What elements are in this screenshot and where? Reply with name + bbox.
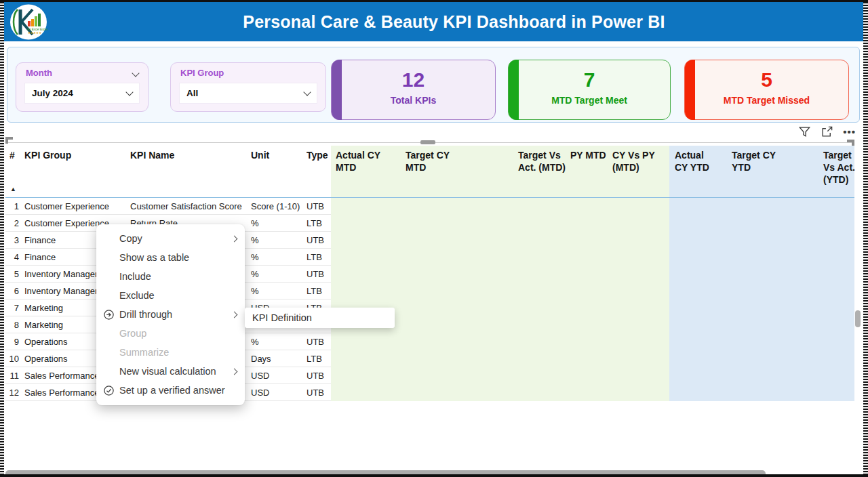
- mtd-target-missed-label: MTD Target Missed: [685, 95, 848, 106]
- column-header[interactable]: Actual CY YTD: [669, 149, 719, 184]
- unit-cell: Days: [250, 350, 305, 367]
- filter-icon[interactable]: [798, 125, 811, 138]
- svg-text:★★★★★: ★★★★★: [28, 31, 41, 35]
- total-kpis-label: Total KPIs: [332, 95, 495, 106]
- mtd-target-meet-label: MTD Target Meet: [509, 95, 670, 106]
- kpi-group-dropdown[interactable]: All: [179, 83, 317, 104]
- unit-cell: %: [250, 333, 305, 350]
- row-number: 11: [5, 367, 22, 383]
- mtd-target-missed-card[interactable]: 5 MTD Target Missed: [684, 60, 849, 120]
- menu-item-copy[interactable]: Copy: [96, 229, 245, 248]
- column-header[interactable]: Actual CY MTD: [331, 149, 403, 184]
- row-number: 10: [5, 350, 22, 367]
- column-header[interactable]: Type: [305, 149, 331, 184]
- right-frame-hatch: [863, 2, 868, 474]
- menu-item-include[interactable]: Include: [96, 267, 245, 286]
- more-options-icon[interactable]: •••: [843, 129, 856, 136]
- column-header[interactable]: #: [5, 149, 22, 184]
- unit-cell: %: [250, 215, 305, 231]
- month-slicer-label: Month: [26, 68, 52, 78]
- unit-cell: Score (1-10): [250, 198, 305, 214]
- dashboard: An Excel Expert ★★★★★ Personal Care & Be…: [0, 0, 868, 477]
- submenu-item-kpi-definition[interactable]: KPI Definition: [245, 312, 312, 323]
- card-accent-bar: [685, 60, 695, 120]
- type-cell: UTB: [305, 198, 331, 214]
- row-number: 8: [5, 316, 22, 333]
- row-number: 1: [5, 198, 22, 214]
- left-frame-hatch: [0, 2, 4, 474]
- row-number: 2: [5, 215, 22, 231]
- column-header[interactable]: Target Vs Act. (YTD): [778, 149, 854, 184]
- page-title: Personal Care & Beauty KPI Dashboard in …: [52, 2, 856, 41]
- card-accent-bar: [332, 60, 342, 120]
- row-number: 4: [5, 249, 22, 265]
- column-header[interactable]: PY MTD: [544, 149, 605, 184]
- menu-item-drill-through[interactable]: Drill through: [96, 305, 245, 324]
- column-header[interactable]: KPI Name: [129, 149, 250, 184]
- column-header[interactable]: Target CY MTD: [403, 149, 460, 184]
- column-header[interactable]: Target Vs Act. (MTD): [460, 149, 544, 184]
- menu-item-show-as-table[interactable]: Show as a table: [96, 248, 245, 267]
- visual-corner-handle: [5, 137, 13, 144]
- sort-indicator-row: ▲: [5, 184, 854, 198]
- page-horizontal-scrollbar-thumb[interactable]: [5, 470, 766, 477]
- table-header-row: # KPI Group KPI Name Unit Type Actual CY…: [5, 146, 854, 184]
- kpi-group-slicer-label: KPI Group: [180, 68, 224, 78]
- type-cell: LTB: [305, 283, 331, 299]
- menu-item-exclude[interactable]: Exclude: [96, 286, 245, 305]
- row-number: 5: [5, 266, 22, 282]
- column-header[interactable]: Unit: [250, 149, 305, 184]
- month-dropdown[interactable]: July 2024: [24, 83, 140, 104]
- mtd-target-meet-card[interactable]: 7 MTD Target Meet: [508, 60, 671, 120]
- type-cell: UTB: [305, 333, 331, 350]
- chevron-down-icon[interactable]: [132, 69, 139, 77]
- menu-item-new-visual-calculation[interactable]: New visual calculation: [96, 362, 245, 381]
- total-kpis-value: 12: [332, 68, 495, 91]
- focus-mode-icon[interactable]: [821, 125, 833, 138]
- column-header[interactable]: CY Vs PY (MTD): [605, 149, 669, 184]
- type-cell: LTB: [305, 249, 331, 265]
- column-header[interactable]: KPI Group: [22, 149, 129, 184]
- drill-through-submenu: KPI Definition: [245, 308, 395, 328]
- context-menu: Copy Show as a table Include Exclude Dri…: [96, 224, 245, 405]
- card-accent-bar: [509, 60, 519, 120]
- table-top-scrollbar-thumb[interactable]: [420, 140, 435, 144]
- unit-cell: %: [250, 232, 305, 248]
- mtd-target-missed-value: 5: [685, 68, 848, 91]
- unit-cell: %: [250, 266, 305, 282]
- app-logo: An Excel Expert ★★★★★: [9, 4, 47, 40]
- type-cell: UTB: [305, 232, 331, 248]
- type-cell: UTB: [305, 384, 331, 400]
- row-number: 7: [5, 299, 22, 316]
- chevron-right-icon: [231, 235, 238, 242]
- column-header[interactable]: Target CY YTD: [719, 149, 778, 184]
- filters-panel: Month July 2024 KPI Group All 12 Total K…: [7, 47, 860, 123]
- chevron-right-icon: [231, 311, 238, 318]
- visual-header-toolbar: •••: [798, 125, 856, 138]
- row-number: 6: [5, 283, 22, 299]
- chevron-down-icon: [303, 88, 311, 96]
- kpi-group-cell: Customer Experience: [22, 198, 129, 214]
- kpi-group-dropdown-value: All: [186, 88, 304, 98]
- chevron-right-icon: [231, 368, 238, 375]
- row-number: 9: [5, 333, 22, 350]
- unit-cell: %: [250, 249, 305, 265]
- total-kpis-card[interactable]: 12 Total KPIs: [331, 60, 496, 120]
- table-vertical-scrollbar-thumb[interactable]: [855, 310, 861, 327]
- type-cell: UTB: [305, 266, 331, 282]
- menu-item-group: Group: [96, 324, 245, 343]
- unit-cell: USD: [250, 367, 305, 383]
- row-number: 12: [5, 384, 22, 400]
- type-cell: LTB: [305, 350, 331, 367]
- type-cell: UTB: [305, 367, 331, 383]
- kpi-group-slicer: KPI Group All: [170, 62, 326, 112]
- kpi-name-cell: Customer Satisfaction Score: [129, 198, 250, 214]
- unit-cell: USD: [250, 384, 305, 400]
- drill-through-icon: [103, 309, 115, 320]
- menu-item-set-up-verified-answer[interactable]: Set up a verified answer: [96, 381, 245, 400]
- sort-ascending-icon: ▲: [10, 186, 16, 192]
- type-cell: LTB: [305, 215, 331, 231]
- menu-item-summarize: Summarize: [96, 343, 245, 362]
- row-number: 3: [5, 232, 22, 248]
- mtd-target-meet-value: 7: [509, 68, 670, 91]
